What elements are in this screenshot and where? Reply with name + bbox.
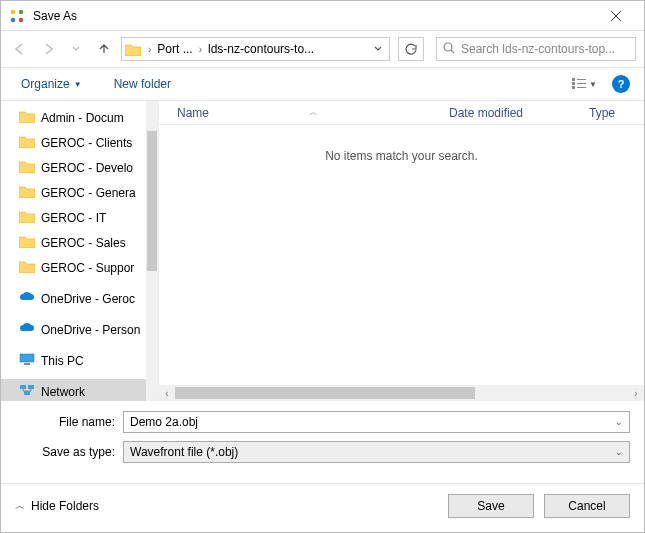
caret-down-icon: ▼ [589,80,597,89]
scrollbar-thumb[interactable] [147,131,157,271]
tree-item[interactable]: OneDrive - Person [1,317,158,342]
network-icon [19,384,35,399]
svg-rect-8 [572,78,575,81]
tree-item-label: Admin - Docum [41,111,124,125]
list-header: Name︿ Date modified Type [159,101,644,125]
back-button[interactable] [9,38,31,60]
tree-item[interactable]: GEROC - IT [1,205,158,230]
close-button[interactable] [596,8,636,24]
chevron-up-icon: ︿ [15,499,25,513]
breadcrumb-sep: › [195,44,206,55]
tree-item[interactable]: GEROC - Clients [1,130,158,155]
tree-item-label: OneDrive - Person [41,323,140,337]
arrow-right-icon [41,42,55,56]
breadcrumb-seg-1[interactable]: Port ... [155,42,194,56]
tree-item[interactable]: Admin - Docum [1,105,158,130]
app-icon [9,8,25,24]
search-icon [443,42,455,57]
search-placeholder: Search lds-nz-contours-top... [461,42,629,56]
save-type-select[interactable]: Wavefront file (*.obj) ⌄ [123,441,630,463]
svg-rect-14 [20,354,34,362]
filename-input[interactable]: Demo 2a.obj ⌄ [123,411,630,433]
svg-rect-18 [24,391,30,395]
list-body: No items match your search. [159,125,644,385]
tree-item-label: GEROC - Develo [41,161,133,175]
view-options-button[interactable]: ▼ [567,75,602,93]
search-input[interactable]: Search lds-nz-contours-top... [436,37,636,61]
tree-item-label: GEROC - Clients [41,136,132,150]
recent-dropdown[interactable] [65,38,87,60]
tree-item-label: OneDrive - Geroc [41,292,135,306]
tree-item[interactable]: GEROC - Develo [1,155,158,180]
svg-line-7 [451,50,454,53]
list-hscrollbar[interactable]: ‹ › [159,385,644,401]
svg-point-3 [19,17,23,21]
tree-scrollbar[interactable] [146,101,158,401]
tree-item-label: Network [41,385,85,399]
chevron-down-icon [374,45,382,53]
tree-item[interactable]: OneDrive - Geroc [1,286,158,311]
body: Admin - DocumGEROC - ClientsGEROC - Deve… [1,101,644,401]
svg-rect-11 [577,79,586,80]
nav-tree[interactable]: Admin - DocumGEROC - ClientsGEROC - Deve… [1,101,159,401]
chevron-down-icon [72,45,80,53]
tree-item-label: GEROC - Sales [41,236,126,250]
svg-rect-15 [24,363,30,365]
help-button[interactable]: ? [612,75,630,93]
hide-folders-button[interactable]: ︿ Hide Folders [15,499,99,513]
svg-point-2 [11,17,15,21]
breadcrumb-seg-2[interactable]: lds-nz-contours-to... [206,42,316,56]
tree-item-label: GEROC - Genera [41,186,136,200]
svg-rect-16 [20,385,26,389]
folder-icon [19,260,35,276]
tree-item-label: GEROC - IT [41,211,106,225]
folder-icon [19,160,35,176]
view-list-icon [572,78,586,90]
caret-down-icon: ▼ [74,80,82,89]
tree-item-label: This PC [41,354,84,368]
folder-icon [124,40,142,58]
tree-item[interactable]: GEROC - Suppor [1,255,158,280]
refresh-button[interactable] [398,37,424,61]
tree-item[interactable]: Network [1,379,158,401]
tree-item[interactable]: This PC [1,348,158,373]
forward-button[interactable] [37,38,59,60]
svg-rect-17 [28,385,34,389]
chevron-down-icon[interactable]: ⌄ [615,447,623,457]
svg-point-1 [19,9,23,13]
up-button[interactable] [93,38,115,60]
organize-button[interactable]: Organize▼ [15,73,88,95]
folder-icon [19,235,35,251]
svg-rect-12 [577,83,586,84]
titlebar: Save As [1,1,644,31]
sort-indicator-icon: ︿ [309,106,318,119]
col-name-header[interactable]: Name︿ [159,106,449,120]
scroll-left-icon[interactable]: ‹ [159,388,175,399]
col-type-header[interactable]: Type [589,106,644,120]
svg-point-0 [11,9,15,13]
tree-item[interactable]: GEROC - Sales [1,230,158,255]
scrollbar-thumb[interactable] [175,387,475,399]
file-list: Name︿ Date modified Type No items match … [159,101,644,401]
window-title: Save As [33,9,596,23]
save-button[interactable]: Save [448,494,534,518]
svg-rect-13 [577,87,586,88]
chevron-down-icon[interactable]: ⌄ [615,417,623,427]
tree-item-label: GEROC - Suppor [41,261,134,275]
save-type-label: Save as type: [15,445,123,459]
toolbar: Organize▼ New folder ▼ ? [1,67,644,101]
tree-item[interactable]: GEROC - Genera [1,180,158,205]
breadcrumb-dropdown[interactable] [369,42,387,56]
new-folder-button[interactable]: New folder [108,73,177,95]
breadcrumb[interactable]: › Port ... › lds-nz-contours-to... [121,37,390,61]
scroll-right-icon[interactable]: › [628,388,644,399]
folder-icon [19,210,35,226]
nav-row: › Port ... › lds-nz-contours-to... Searc… [1,31,644,67]
onedrive-icon [19,322,35,337]
folder-icon [19,135,35,151]
save-as-dialog: Save As › Port ... › lds-nz-contours-to.… [0,0,645,533]
arrow-left-icon [13,42,27,56]
filename-label: File name: [15,415,123,429]
cancel-button[interactable]: Cancel [544,494,630,518]
col-date-header[interactable]: Date modified [449,106,589,120]
